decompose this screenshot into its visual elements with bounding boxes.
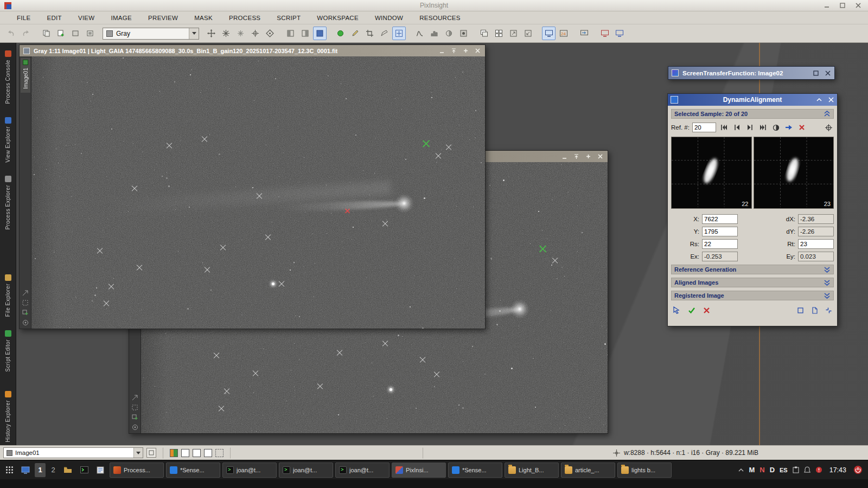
image1-center-icon[interactable] bbox=[22, 319, 29, 326]
fit-view-icon[interactable] bbox=[263, 27, 277, 40]
collapse-section-icon[interactable] bbox=[824, 111, 831, 117]
image2-new-preview-icon[interactable] bbox=[132, 414, 138, 420]
section-registered-image[interactable]: Registered Image bbox=[671, 291, 834, 300]
paste-image-icon[interactable] bbox=[84, 27, 97, 40]
terminal-launcher-icon[interactable] bbox=[77, 463, 91, 478]
next-sample-button[interactable] bbox=[745, 123, 755, 132]
mask-show-icon[interactable] bbox=[313, 27, 327, 40]
first-sample-button[interactable] bbox=[719, 123, 729, 132]
menu-process[interactable]: PROCESS bbox=[221, 13, 269, 23]
rs-input[interactable] bbox=[702, 239, 738, 249]
text-editor-launcher-icon[interactable] bbox=[93, 463, 107, 478]
dock-tab-script-editor[interactable]: Script Editor bbox=[5, 327, 11, 375]
tray-expand-icon[interactable] bbox=[738, 468, 744, 472]
readout-probe-icon[interactable] bbox=[392, 27, 406, 40]
show-desktop-icon[interactable] bbox=[18, 463, 33, 478]
realtime-preview-button[interactable] bbox=[795, 305, 806, 315]
ref-number-input[interactable] bbox=[692, 123, 716, 132]
tray-item-d[interactable]: D bbox=[770, 466, 775, 474]
menu-view[interactable]: VIEW bbox=[70, 13, 103, 23]
rt-input[interactable] bbox=[798, 239, 834, 249]
image-window-1[interactable]: Gray 1:11 Image01 | Light_GAIA 147485665… bbox=[19, 44, 486, 329]
histogram-icon[interactable] bbox=[427, 27, 441, 40]
delete-sample-button[interactable] bbox=[797, 123, 807, 132]
menu-file[interactable]: FILE bbox=[9, 13, 39, 23]
keyboard-layout-indicator[interactable]: ES bbox=[780, 467, 788, 473]
ey-input[interactable] bbox=[798, 252, 834, 261]
dynalign-titlebar[interactable]: DynamicAlignment bbox=[668, 94, 837, 106]
image1-minimize-button[interactable] bbox=[438, 47, 445, 54]
dynamic-alignment-window[interactable]: DynamicAlignment Selected Sample: 20 of … bbox=[667, 93, 838, 326]
dynalign-close-button[interactable] bbox=[827, 97, 834, 104]
target-sample-thumbnail[interactable]: 23 bbox=[754, 137, 834, 209]
dynalign-shade-button[interactable] bbox=[815, 97, 822, 104]
pan-mode-icon[interactable] bbox=[205, 27, 218, 40]
expand-section-icon-3[interactable] bbox=[824, 292, 831, 299]
expand-section-icon-2[interactable] bbox=[824, 279, 831, 286]
taskbar-app-light-folder[interactable]: Light_B... bbox=[505, 463, 559, 478]
undo-icon[interactable] bbox=[4, 27, 18, 40]
y-input[interactable] bbox=[702, 227, 738, 236]
execute-button[interactable] bbox=[686, 305, 697, 315]
tray-item-m[interactable]: M bbox=[749, 466, 755, 474]
taskbar-app-sense-2[interactable]: *Sense... bbox=[448, 463, 502, 478]
screen-red-icon[interactable] bbox=[598, 27, 611, 40]
x-input[interactable] bbox=[702, 214, 738, 224]
menu-resources[interactable]: RESOURCES bbox=[411, 13, 469, 23]
swatch-4[interactable] bbox=[215, 449, 224, 457]
menu-preview[interactable]: PREVIEW bbox=[140, 13, 186, 23]
cascade-windows-icon[interactable] bbox=[477, 27, 491, 40]
image1-new-preview-icon[interactable] bbox=[22, 310, 28, 316]
view-mode-button[interactable] bbox=[146, 448, 156, 458]
dock-tab-view-explorer[interactable]: View Explorer bbox=[5, 114, 11, 166]
stf-restore-button[interactable] bbox=[812, 69, 819, 76]
swatch-3[interactable] bbox=[204, 449, 212, 457]
active-view-selector[interactable]: Image01 bbox=[3, 447, 143, 458]
selected-sample-header[interactable]: Selected Sample: 20 of 20 bbox=[671, 109, 834, 119]
section-reference-generation[interactable]: Reference Generation bbox=[671, 265, 834, 274]
track-sample-button[interactable] bbox=[824, 123, 834, 132]
tile-windows-icon[interactable] bbox=[492, 27, 506, 40]
clock[interactable]: 17:43 bbox=[829, 466, 846, 474]
color-saturation-icon[interactable] bbox=[442, 27, 456, 40]
image2-shade-button[interactable] bbox=[573, 153, 580, 160]
color-space-selector[interactable]: Gray bbox=[103, 28, 199, 40]
reset-button[interactable] bbox=[824, 305, 834, 315]
taskbar-app-terminal-1[interactable]: joan@t... bbox=[222, 463, 277, 478]
cancel-button[interactable] bbox=[701, 305, 712, 315]
stf-autostretch-icon[interactable] bbox=[413, 27, 426, 40]
dock-tab-process-explorer[interactable]: Process Explorer bbox=[5, 172, 11, 233]
image1-close-button[interactable] bbox=[474, 47, 481, 54]
dock-tab-file-explorer[interactable]: File Explorer bbox=[5, 271, 11, 320]
app-launcher-icon[interactable] bbox=[2, 463, 16, 478]
image1-view-tab[interactable]: Image01 bbox=[21, 58, 30, 93]
image2-center-icon[interactable] bbox=[132, 424, 138, 431]
image2-resize-icon[interactable] bbox=[132, 395, 138, 401]
mask-invert-icon[interactable] bbox=[298, 27, 312, 40]
mask-enable-icon[interactable] bbox=[284, 27, 297, 40]
workspace-2-button[interactable]: 2 bbox=[48, 463, 59, 477]
dy-input[interactable] bbox=[798, 227, 834, 236]
dx-input[interactable] bbox=[798, 214, 834, 224]
redo-icon[interactable] bbox=[19, 27, 33, 40]
send-to-screen-icon[interactable] bbox=[577, 27, 591, 40]
expand-section-icon[interactable] bbox=[824, 266, 831, 273]
prev-sample-button[interactable] bbox=[732, 123, 742, 132]
invert-display-button[interactable] bbox=[771, 123, 781, 132]
file-manager-icon[interactable] bbox=[61, 463, 75, 478]
image1-shade-button[interactable] bbox=[450, 47, 457, 54]
stf-close-button[interactable] bbox=[824, 69, 831, 76]
menu-script[interactable]: SCRIPT bbox=[269, 13, 309, 23]
notification-bell-icon[interactable] bbox=[804, 466, 810, 473]
taskbar-app-article-folder[interactable]: article_... bbox=[561, 463, 615, 478]
taskbar-app-process[interactable]: Process... bbox=[110, 463, 164, 478]
section-aligned-images[interactable]: Aligned Images bbox=[671, 278, 834, 287]
tray-item-n[interactable]: N bbox=[760, 466, 764, 474]
image1-selection-icon[interactable] bbox=[22, 300, 28, 306]
edit-pencil-icon[interactable] bbox=[348, 27, 362, 40]
source-sample-thumbnail[interactable]: 22 bbox=[671, 137, 752, 209]
shrink-windows-icon[interactable] bbox=[521, 27, 535, 40]
new-instance-icon[interactable] bbox=[334, 27, 347, 40]
lut-24bit-icon[interactable]: 24 bbox=[557, 27, 570, 40]
screen-blue-icon[interactable] bbox=[612, 27, 626, 40]
